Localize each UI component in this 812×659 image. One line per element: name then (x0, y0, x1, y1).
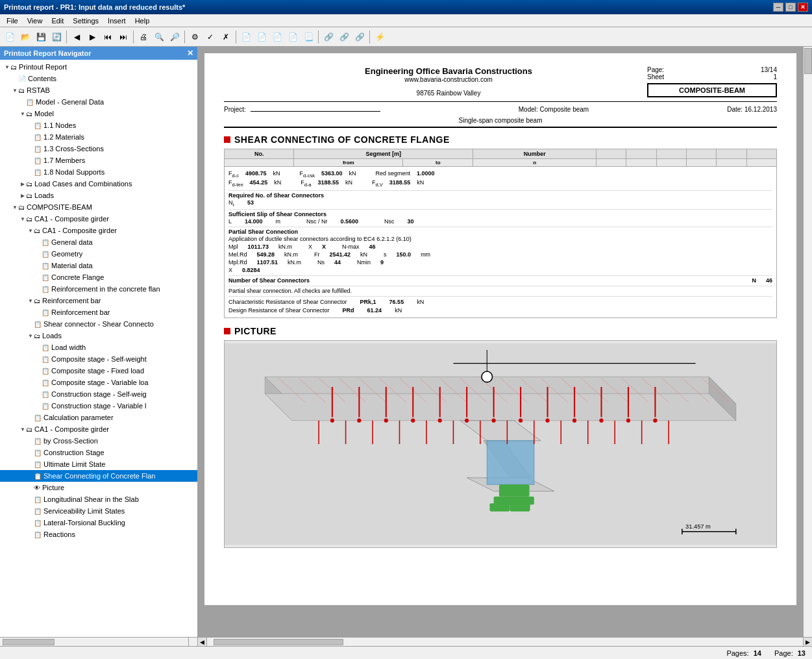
tree-ca1-main[interactable]: ▼ 🗂 CA1 - Composite girder (0, 213, 197, 225)
tree-ca1-sub[interactable]: ▼ 🗂 CA1 - Composite girder (0, 225, 197, 236)
toolbar-forward[interactable]: ▶ (85, 30, 99, 44)
window-title: Printout report - PR1: Input data and re… (4, 3, 185, 11)
tree-reinf-concrete[interactable]: 📋 Reinforcement in the concrete flan (0, 283, 197, 295)
tree-calc-param[interactable]: 📋 Calculation parameter (0, 412, 197, 423)
fdten-unit: kN (274, 179, 281, 188)
toolbar-link3[interactable]: 🔗 (352, 30, 367, 44)
toolbar-doc5[interactable]: 📃 (301, 30, 315, 44)
toolbar-first[interactable]: ⏮ (101, 30, 115, 44)
tree-members[interactable]: 📋 1.7 Members (0, 155, 197, 166)
tree-material-data[interactable]: 📋 Material data (0, 260, 197, 271)
expander-loads-rstab[interactable]: ▶ (19, 192, 26, 199)
prk1-val: 76.55 (389, 299, 404, 305)
toolbar-open[interactable]: 📂 (18, 30, 32, 44)
toolbar-link1[interactable]: 🔗 (321, 30, 336, 44)
expander-rstab[interactable]: ▼ (12, 87, 18, 93)
toolbar-new[interactable]: 📄 (3, 30, 17, 44)
toolbar-settings[interactable]: ⚙ (188, 30, 202, 44)
toolbar-zoom-in[interactable]: 🔍 (152, 30, 166, 44)
tree-cross-sections[interactable]: 📋 1.3 Cross-Sections (0, 143, 197, 155)
toolbar-print[interactable]: 🖨 (136, 30, 151, 44)
tree-shear-connecting-selected[interactable]: 📋 Shear Connecting of Concrete Flan (0, 470, 197, 482)
toolbar-doc4[interactable]: 📄 (286, 30, 300, 44)
content-scroll[interactable]: Engineering Office Bavaria Constructions… (198, 47, 803, 637)
tree-construction-self[interactable]: 📋 Construction stage - Self-weig (0, 388, 197, 400)
tree-model[interactable]: ▼ 🗂 Model (0, 108, 197, 119)
toolbar-doc1[interactable]: 📄 (239, 30, 253, 44)
tree-rstab[interactable]: ▼ 🗂 RSTAB (0, 84, 197, 96)
expander-model[interactable]: ▼ (19, 110, 26, 117)
close-button[interactable]: ✕ (798, 3, 808, 12)
tree-reinf-bar-folder[interactable]: ▼ 🗂 Reinforcement bar (0, 295, 197, 306)
toolbar-doc2[interactable]: 📄 (254, 30, 269, 44)
toolbar-doc3[interactable]: 📄 (270, 30, 284, 44)
tree-lateral-torsional[interactable]: 📋 Lateral-Torsional Buckling (0, 517, 197, 528)
menu-edit[interactable]: Edit (47, 16, 68, 26)
tree-composite-variable[interactable]: 📋 Composite stage - Variable loa (0, 377, 197, 388)
vertical-scrollbar[interactable] (803, 47, 812, 637)
menu-file[interactable]: File (3, 16, 22, 26)
tree-by-cross-section[interactable]: 📋 by Cross-Section (0, 435, 197, 447)
navigator-tree[interactable]: ▼ 🗂 Printout Report 📄 Contents ▼ 🗂 RSTAB (0, 60, 197, 637)
toolbar-cross[interactable]: ✗ (219, 30, 233, 44)
toolbar-back[interactable]: ◀ (69, 30, 84, 44)
expander-ca1-sub[interactable]: ▼ (27, 227, 34, 234)
tree-geometry[interactable]: 📋 Geometry (0, 248, 197, 260)
tree-model-general[interactable]: 📋 Model - General Data (0, 96, 197, 108)
menu-view[interactable]: View (23, 16, 47, 26)
tree-label: Loads (42, 332, 62, 340)
toolbar-btn4[interactable]: 🔄 (49, 30, 64, 44)
expander-load-cases[interactable]: ▶ (19, 180, 26, 187)
maximize-button[interactable]: □ (785, 3, 796, 12)
tree-load-cases[interactable]: ▶ 🗂 Load Cases and Combinations (0, 178, 197, 190)
navigator-close-button[interactable]: ✕ (187, 49, 193, 58)
toolbar-last[interactable]: ⏭ (116, 30, 130, 44)
scale-text: 31.457 m (685, 523, 711, 530)
tree-nodal-supports[interactable]: 📋 1.8 Nodal Supports (0, 166, 197, 178)
tree-composite-fixed[interactable]: 📋 Composite stage - Fixed load (0, 365, 197, 377)
tree-ultimate-limit[interactable]: 📋 Ultimate Limit State (0, 458, 197, 470)
h-scroll-right[interactable]: ▶ (803, 638, 812, 646)
minimize-button[interactable]: ─ (773, 3, 783, 12)
tree-reactions[interactable]: 📋 Reactions (0, 528, 197, 540)
tree-printout-report[interactable]: ▼ 🗂 Printout Report (0, 61, 197, 73)
expander-loads[interactable]: ▼ (27, 332, 34, 339)
tree-construction-variable[interactable]: 📋 Construction stage - Variable l (0, 400, 197, 412)
menu-settings[interactable]: Settings (69, 16, 103, 26)
expander-ca1-results[interactable]: ▼ (19, 426, 26, 432)
toolbar-link2[interactable]: 🔗 (337, 30, 351, 44)
tree-contents[interactable]: 📄 Contents (0, 73, 197, 84)
toolbar-check[interactable]: ✓ (203, 30, 217, 44)
tree-construction-stage[interactable]: 📋 Construction Stage (0, 447, 197, 458)
expander-ca1-main[interactable]: ▼ (19, 216, 26, 222)
tree-nodes[interactable]: 📋 1.1 Nodes (0, 119, 197, 131)
tree-label: 1.7 Members (43, 156, 85, 164)
toolbar-zoom-out[interactable]: 🔎 (167, 30, 182, 44)
tree-longitudinal-shear[interactable]: 📋 Longitudinal Shear in the Slab (0, 493, 197, 505)
expander-printout[interactable]: ▼ (4, 64, 10, 70)
tree-reinf-bar-item[interactable]: 📋 Reinforcement bar (0, 306, 197, 318)
tree-composite-beam[interactable]: ▼ 🗂 COMPOSITE-BEAM (0, 201, 197, 213)
prd-val: 61.24 (367, 307, 382, 314)
tree-concrete-flange[interactable]: 📋 Concrete Flange (0, 271, 197, 283)
tree-general-data[interactable]: 📋 General data (0, 236, 197, 248)
toolbar-save[interactable]: 💾 (34, 30, 48, 44)
tree-shear-connector[interactable]: 📋 Shear connector - Shear Connecto (0, 318, 197, 330)
tree-picture[interactable]: 👁 Picture (0, 482, 197, 493)
h-scroll-left[interactable]: ◀ (198, 638, 207, 646)
toolbar-flash[interactable]: ⚡ (373, 30, 387, 44)
tree-materials[interactable]: 📋 1.2 Materials (0, 131, 197, 143)
menu-help[interactable]: Help (131, 16, 154, 26)
menu-insert[interactable]: Insert (104, 16, 130, 26)
expander-reinf-bar[interactable]: ▼ (27, 297, 34, 304)
tree-ca1-results[interactable]: ▼ 🗂 CA1 - Composite girder (0, 423, 197, 435)
tree-loads-rstab[interactable]: ▶ 🗂 Loads (0, 190, 197, 201)
design-resistance-label: Design Resistance of Shear Connector (228, 307, 330, 314)
navigator-bottom-scrollbar[interactable] (0, 637, 197, 646)
tree-serviceability[interactable]: 📋 Serviceability Limit States (0, 505, 197, 517)
tree-load-width[interactable]: 📋 Load width (0, 342, 197, 353)
tree-composite-self[interactable]: 📋 Composite stage - Self-weight (0, 353, 197, 365)
tree-loads-folder[interactable]: ▼ 🗂 Loads (0, 330, 197, 342)
h-scroll-thumb[interactable] (214, 639, 343, 645)
expander-composite[interactable]: ▼ (12, 204, 18, 210)
